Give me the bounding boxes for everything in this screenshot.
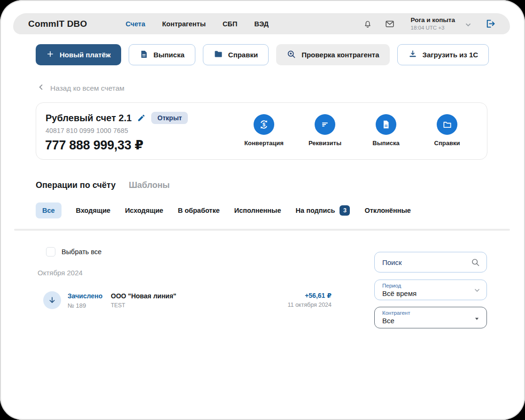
transaction-purpose: TEST: [111, 302, 125, 309]
back-to-accounts-link[interactable]: Назад ко всем счетам: [38, 84, 124, 93]
quick-action-label: Справки: [434, 140, 460, 147]
mail-icon[interactable]: [385, 19, 395, 29]
filter-tab-rejected[interactable]: Отклонённые: [364, 207, 410, 214]
quick-action-label: Выписка: [372, 140, 399, 147]
account-balance: 777 888 999,33 ₽: [45, 138, 143, 153]
account-title: Рублевый счет 2.1: [46, 113, 131, 124]
action-toolbar: Новый платёж Выписка Справки Проверка ко…: [36, 44, 489, 65]
to-sign-count-badge: 3: [340, 205, 350, 216]
import-1c-label: Загрузить из 1С: [423, 51, 479, 59]
main-nav: Счета Контрагенты СБП ВЭД: [126, 20, 269, 28]
certificates-label: Справки: [228, 51, 258, 59]
search-check-icon: [286, 49, 296, 61]
filter-tab-outgoing[interactable]: Исходящие: [125, 207, 163, 214]
search-icon[interactable]: [471, 257, 480, 269]
filter-tab-processing[interactable]: В обработке: [178, 207, 220, 214]
company-switcher[interactable]: Рога и копыта 18:04 UTC +3: [411, 16, 455, 31]
nav-item-sbp[interactable]: СБП: [223, 20, 237, 28]
company-name: Рога и копыта: [411, 16, 455, 24]
import-1c-button[interactable]: Загрузить из 1С: [397, 44, 489, 65]
dropdown-arrow-icon: [474, 315, 480, 324]
folder-icon: [437, 114, 457, 135]
transaction-amount: +56,61 ₽: [305, 292, 332, 299]
select-all-row[interactable]: Выбрать все: [46, 247, 101, 257]
filter-tab-to-sign[interactable]: На подпись 3: [296, 205, 350, 216]
account-quick-actions: $ Конвертация Реквизиты Выписка: [233, 114, 478, 147]
transaction-row[interactable]: Зачислено № 189 ООО "Новая линия" TEST +…: [43, 290, 332, 313]
filter-tab-to-sign-label: На подпись: [296, 207, 335, 214]
counterparty-check-button[interactable]: Проверка контрагента: [276, 44, 389, 65]
incoming-arrow-icon: [43, 291, 61, 309]
app-window: CommIT DBO Счета Контрагенты СБП ВЭД Рог…: [0, 0, 525, 420]
period-label: Период: [382, 283, 401, 288]
nav-item-ved[interactable]: ВЭД: [254, 20, 269, 28]
quick-action-certificates[interactable]: Справки: [417, 114, 478, 147]
company-time: 18:04 UTC +3: [411, 24, 455, 31]
counterparty-select[interactable]: Контрагент Все: [374, 307, 487, 328]
quick-action-statement[interactable]: Выписка: [355, 114, 417, 147]
status-badge: Открыт: [151, 112, 188, 124]
operation-filter-tabs: Все Входящие Исходящие В обработке Испол…: [36, 202, 411, 218]
bell-icon[interactable]: [363, 19, 372, 29]
select-all-checkbox[interactable]: [46, 247, 55, 257]
month-header: Октября 2024: [38, 269, 83, 277]
section-switcher: Операции по счёту Шаблоны: [36, 180, 170, 190]
header-right: Рога и копыта 18:04 UTC +3: [363, 16, 496, 31]
quick-action-details[interactable]: Реквизиты: [294, 114, 355, 147]
tab-operations[interactable]: Операции по счёту: [36, 180, 116, 190]
transaction-counterparty: ООО "Новая линия": [111, 292, 177, 300]
search-box: [374, 252, 487, 272]
transaction-date: 11 октября 2024: [287, 302, 332, 308]
nav-item-accounts[interactable]: Счета: [126, 20, 146, 28]
period-value: Всё время: [382, 289, 417, 297]
counterparty-label: Контрагент: [382, 310, 410, 316]
download-icon: [408, 49, 417, 60]
certificates-button[interactable]: Справки: [203, 44, 269, 65]
logout-icon[interactable]: [484, 18, 496, 30]
account-card: Рублевый счет 2.1 Открыт 40817 810 0999 …: [36, 102, 487, 160]
new-payment-button[interactable]: Новый платёж: [36, 44, 121, 65]
filter-tab-incoming[interactable]: Входящие: [76, 207, 111, 214]
statement-button[interactable]: Выписка: [129, 44, 195, 65]
nav-item-counterparties[interactable]: Контрагенты: [162, 20, 206, 28]
quick-action-label: Конвертация: [244, 140, 284, 147]
currency-convert-icon: $: [254, 114, 274, 135]
chevron-down-icon: [473, 287, 481, 296]
statement-label: Выписка: [154, 51, 185, 59]
chevron-left-icon: [38, 84, 45, 93]
filter-tab-executed[interactable]: Исполненные: [234, 207, 281, 214]
account-number: 40817 810 0999 1000 7685: [46, 127, 128, 134]
back-link-label: Назад ко всем счетам: [50, 84, 124, 93]
top-navbar: CommIT DBO Счета Контрагенты СБП ВЭД Рог…: [13, 13, 510, 34]
select-all-label: Выбрать все: [62, 248, 101, 256]
transaction-number: № 189: [68, 302, 86, 309]
document-icon: [139, 50, 148, 60]
document-icon: [376, 114, 396, 135]
period-select[interactable]: Период Всё время: [374, 280, 487, 300]
quick-action-label: Реквизиты: [309, 140, 341, 147]
counterparty-check-label: Проверка контрагента: [301, 51, 379, 59]
svg-text:$: $: [262, 122, 265, 127]
edit-pencil-icon[interactable]: [137, 114, 146, 122]
quick-action-conversion[interactable]: $ Конвертация: [233, 114, 294, 147]
chevron-down-icon[interactable]: [464, 21, 472, 29]
search-input[interactable]: [382, 252, 469, 272]
list-lines-icon: [315, 114, 335, 135]
folder-icon: [214, 49, 223, 60]
section-divider: [14, 229, 510, 231]
counterparty-value: Все: [382, 317, 394, 325]
app-logo: CommIT DBO: [28, 19, 87, 29]
new-payment-label: Новый платёж: [60, 51, 111, 59]
filters-panel: Период Всё время Контрагент Все: [374, 252, 487, 328]
plus-icon: [46, 50, 54, 60]
tab-templates[interactable]: Шаблоны: [129, 180, 170, 190]
transaction-status: Зачислено: [68, 292, 102, 300]
filter-tab-all[interactable]: Все: [36, 202, 62, 218]
